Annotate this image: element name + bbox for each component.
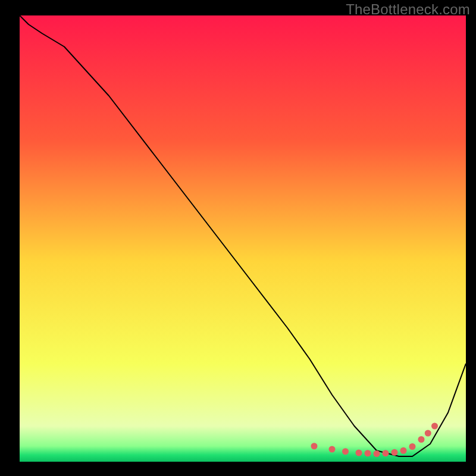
highlight-dot [409,443,416,450]
chart-frame: TheBottleneck.com [0,0,476,476]
gradient-background [20,15,466,462]
highlight-dot [425,430,431,437]
highlight-dot [311,443,318,449]
highlight-dot [383,450,389,456]
highlight-dot [374,450,380,457]
highlight-dot [356,450,362,456]
plot-svg [20,15,466,462]
highlight-dot [400,447,407,454]
highlight-dot [431,423,438,430]
highlight-dot [329,446,336,453]
highlight-dot [418,436,425,443]
highlight-dot [342,448,349,455]
highlight-dot [392,449,398,456]
watermark-text: TheBottleneck.com [346,1,470,18]
highlight-dot [365,450,371,456]
plot-area [20,15,466,462]
